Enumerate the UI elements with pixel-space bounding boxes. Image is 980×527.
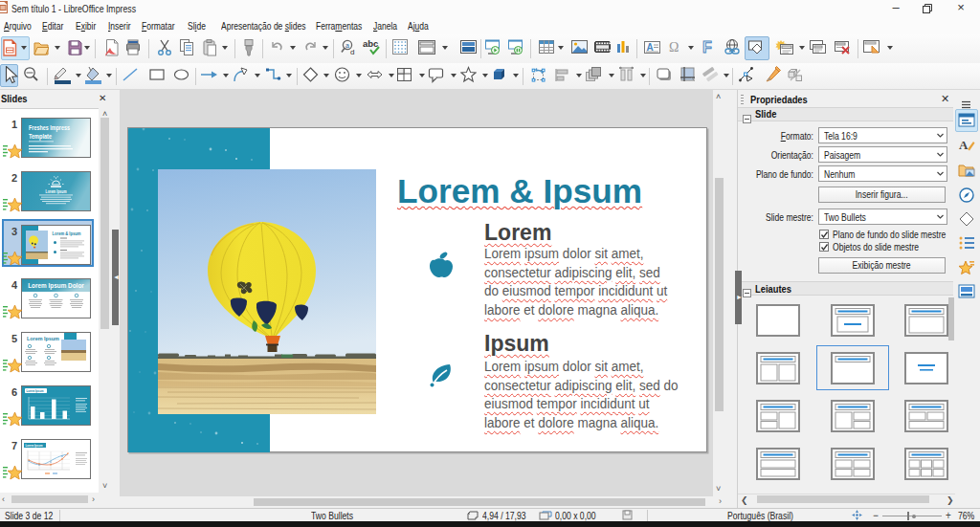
svg-text:Ω: Ω [669,40,679,55]
svg-text:Lorem Ipsum Dolor: Lorem Ipsum Dolor [28,282,84,290]
svg-text:Freshes Impress: Freshes Impress [29,123,70,132]
svg-text:Lorem & Ipsum: Lorem & Ipsum [53,231,81,235]
svg-text:F: F [702,39,712,55]
svg-text:Lorem Ipsum: Lorem Ipsum [27,336,59,341]
svg-text:A: A [647,42,654,53]
svg-text:a: a [345,42,349,49]
svg-text:Template: Template [29,132,52,141]
svg-text:d: d [350,48,354,56]
svg-text:Lorem Ipsum: Lorem Ipsum [26,444,43,448]
svg-text:Lorem Ipsum: Lorem Ipsum [46,189,67,194]
svg-text:Lorem Ipsum: Lorem Ipsum [27,389,44,393]
svg-text:A: A [959,138,969,152]
svg-text:abc: abc [363,38,378,49]
